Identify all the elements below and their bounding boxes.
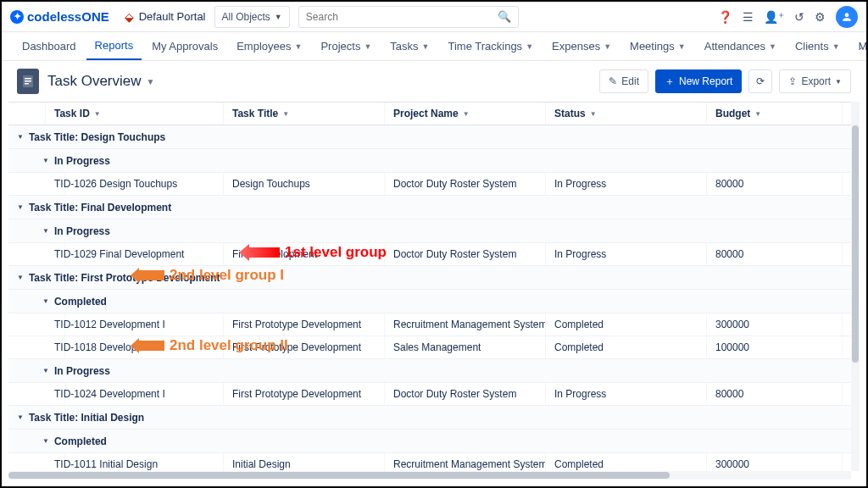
subgroup-header[interactable]: ▼In Progress xyxy=(8,219,851,243)
settings-icon[interactable]: ⚙ xyxy=(815,10,826,24)
col-task-title[interactable]: Task Title▼ xyxy=(224,103,385,125)
brand-logo[interactable]: ✦ codeless ONE xyxy=(10,9,109,24)
help-icon[interactable]: ❓ xyxy=(718,10,732,24)
grid-area: Task ID▼ Task Title▼ Project Name▼ Statu… xyxy=(8,102,851,471)
cell-status: In Progress xyxy=(546,173,707,195)
topbar: ✦ codeless ONE ⬙ Default Portal All Obje… xyxy=(2,2,866,32)
history-icon[interactable]: ↺ xyxy=(794,10,804,24)
collapse-icon[interactable]: ▼ xyxy=(17,274,24,281)
edit-button[interactable]: ✎ Edit xyxy=(599,69,648,93)
page-header: Task Overview ▼ ✎ Edit ＋ New Report ⟳ ⇪ … xyxy=(2,61,866,102)
cell-task-title: First Prototype Development xyxy=(224,336,385,358)
user-add-icon[interactable]: 👤⁺ xyxy=(764,10,784,24)
page-actions: ✎ Edit ＋ New Report ⟳ ⇪ Export ▼ xyxy=(599,69,851,93)
subgroup-header[interactable]: ▼In Progress xyxy=(8,149,851,173)
collapse-icon[interactable]: ▼ xyxy=(42,437,49,445)
export-label: Export xyxy=(801,75,831,87)
chevron-down-icon: ▼ xyxy=(275,13,282,21)
cell-project-name: Doctor Duty Roster System xyxy=(385,383,546,405)
new-report-button[interactable]: ＋ New Report xyxy=(655,69,742,93)
cell-budget: 300000 xyxy=(707,313,843,336)
group-header[interactable]: ▼Task Title: Initial Design xyxy=(8,406,851,430)
horizontal-scroll-thumb[interactable] xyxy=(8,472,670,479)
tab-reports[interactable]: Reports xyxy=(86,32,142,61)
subgroup-header[interactable]: ▼Completed xyxy=(8,430,851,453)
tab-milestones[interactable]: Milestones▼ xyxy=(850,32,866,61)
tab-tasks[interactable]: Tasks▼ xyxy=(381,32,437,61)
cell-task-title: First Prototype Development xyxy=(224,383,385,405)
refresh-button[interactable]: ⟳ xyxy=(748,69,772,93)
tab-clients[interactable]: Clients▼ xyxy=(787,32,849,61)
cell-project-name: Sales Management xyxy=(385,336,546,358)
cell-task-title: Design Touchups xyxy=(224,173,385,195)
cell-task-title: First Prototype Development xyxy=(224,313,385,336)
search-input[interactable] xyxy=(306,11,498,23)
search-icon[interactable]: 🔍 xyxy=(498,10,511,23)
export-button[interactable]: ⇪ Export ▼ xyxy=(779,69,851,93)
tab-projects[interactable]: Projects▼ xyxy=(312,32,380,61)
cell-status: Completed xyxy=(546,453,707,471)
tabs-scroll-right[interactable]: › xyxy=(860,32,863,61)
cell-budget: 80000 xyxy=(707,173,843,195)
page-title[interactable]: Task Overview ▼ xyxy=(47,73,154,90)
col-task-id[interactable]: Task ID▼ xyxy=(46,103,224,125)
group-header[interactable]: ▼Task Title: Design Touchups xyxy=(8,125,851,149)
table-row[interactable]: TID-1011 Initial DesignInitial DesignRec… xyxy=(8,453,851,471)
cell-task-id: TID-1018 Development I xyxy=(46,336,224,358)
tab-expenses[interactable]: Expenses▼ xyxy=(543,32,620,61)
edit-label: Edit xyxy=(621,75,639,87)
group-header[interactable]: ▼Task Title: First Prototype Development xyxy=(8,266,851,290)
portal-selector[interactable]: ⬙ Default Portal xyxy=(125,10,206,24)
grid-body: ▼Task Title: Design Touchups▼In Progress… xyxy=(8,125,851,471)
chevron-down-icon: ▼ xyxy=(147,77,155,86)
table-row[interactable]: TID-1026 Design TouchupsDesign TouchupsD… xyxy=(8,173,851,196)
cell-status: In Progress xyxy=(546,243,707,265)
cell-project-name: Doctor Duty Roster System xyxy=(385,173,546,195)
tab-employees[interactable]: Employees▼ xyxy=(228,32,310,61)
avatar[interactable] xyxy=(836,6,858,28)
vertical-scroll-thumb[interactable] xyxy=(852,125,859,363)
tab-dashboard[interactable]: Dashboard xyxy=(14,32,85,61)
table-row[interactable]: TID-1024 Development IFirst Prototype De… xyxy=(8,383,851,406)
svg-rect-2 xyxy=(25,80,31,82)
tab-meetings[interactable]: Meetings▼ xyxy=(621,32,694,61)
tab-my-approvals[interactable]: My Approvals xyxy=(143,32,226,61)
vertical-scrollbar[interactable] xyxy=(851,102,860,471)
tab-attendances[interactable]: Attendances▼ xyxy=(696,32,785,61)
object-filter-dropdown[interactable]: All Objects ▼ xyxy=(214,6,290,28)
tab-time-trackings[interactable]: Time Trackings▼ xyxy=(439,32,542,61)
cell-status: In Progress xyxy=(546,383,707,405)
collapse-icon[interactable]: ▼ xyxy=(17,413,24,421)
cell-project-name: Recruitment Management System xyxy=(385,313,546,336)
new-report-label: New Report xyxy=(679,75,732,87)
collapse-icon[interactable]: ▼ xyxy=(42,227,49,235)
collapse-icon[interactable]: ▼ xyxy=(42,157,49,164)
chevron-down-icon: ▼ xyxy=(835,78,842,86)
horizontal-scrollbar[interactable] xyxy=(8,471,851,480)
col-status[interactable]: Status▼ xyxy=(546,103,707,125)
content-area: Task ID▼ Task Title▼ Project Name▼ Statu… xyxy=(2,102,866,486)
plus-icon: ＋ xyxy=(665,75,675,89)
table-row[interactable]: TID-1018 Development IFirst Prototype De… xyxy=(8,336,851,359)
export-icon: ⇪ xyxy=(788,75,797,87)
collapse-icon[interactable]: ▼ xyxy=(17,203,24,211)
refresh-icon: ⟳ xyxy=(756,75,765,87)
collapse-icon[interactable]: ▼ xyxy=(42,297,49,305)
collapse-icon[interactable]: ▼ xyxy=(42,367,49,374)
database-icon[interactable]: ☰ xyxy=(743,10,754,24)
group-header[interactable]: ▼Task Title: Final Development xyxy=(8,196,851,219)
cell-budget: 300000 xyxy=(707,453,843,471)
search-box[interactable]: 🔍 xyxy=(298,6,519,28)
pencil-icon: ✎ xyxy=(609,75,617,87)
table-row[interactable]: TID-1029 Final DevelopmentFinal Developm… xyxy=(8,243,851,266)
col-project-name[interactable]: Project Name▼ xyxy=(385,103,546,125)
subgroup-header[interactable]: ▼Completed xyxy=(8,290,851,313)
subgroup-header[interactable]: ▼In Progress xyxy=(8,359,851,383)
svg-rect-3 xyxy=(25,83,29,85)
collapse-icon[interactable]: ▼ xyxy=(17,133,24,141)
logo-badge-icon: ✦ xyxy=(10,10,24,24)
cell-task-id: TID-1012 Development I xyxy=(46,313,224,336)
cell-task-title: Final Development xyxy=(224,243,385,265)
col-budget[interactable]: Budget▼ xyxy=(707,103,843,125)
table-row[interactable]: TID-1012 Development IFirst Prototype De… xyxy=(8,313,851,336)
